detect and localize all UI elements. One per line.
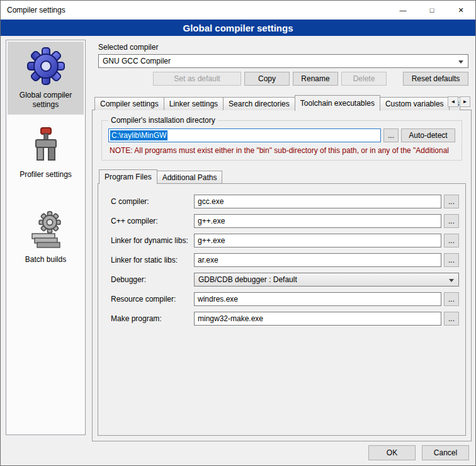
linker-dynamic-browse-button[interactable]: ...	[444, 234, 459, 247]
field-label: Make program:	[111, 314, 194, 323]
copy-button[interactable]: Copy	[244, 72, 290, 86]
tab-toolchain-executables[interactable]: Toolchain executables	[295, 95, 380, 111]
close-icon[interactable]: ✕	[446, 1, 475, 20]
tab-additional-paths[interactable]: Additional Paths	[157, 171, 223, 183]
toolchain-executables-panel: Compiler's installation directory C:\ray…	[92, 110, 472, 441]
linker-dynamic-input[interactable]: g++.exe	[194, 234, 441, 247]
cancel-button[interactable]: Cancel	[422, 445, 469, 460]
tab-linker-settings[interactable]: Linker settings	[164, 97, 224, 110]
compiler-select-value: GNU GCC Compiler	[103, 57, 171, 65]
settings-tabbar: Compiler settings Linker settings Search…	[94, 94, 472, 110]
field-value: ar.exe	[198, 256, 218, 264]
form-row-linker-dynamic: Linker for dynamic libs: g++.exe ...	[111, 230, 459, 250]
tab-scroll-left-icon[interactable]: ◄	[448, 96, 458, 107]
form-row-linker-static: Linker for static libs: ar.exe ...	[111, 250, 459, 270]
tab-scroll-buttons: ◄ ►	[448, 96, 470, 107]
maximize-icon[interactable]: □	[417, 1, 446, 20]
button-spacer	[390, 72, 400, 86]
profiler-icon	[26, 125, 66, 165]
form-row-c-compiler: C compiler: gcc.exe ...	[111, 191, 459, 211]
make-program-input[interactable]: mingw32-make.exe	[194, 312, 441, 326]
field-label: C compiler:	[111, 197, 194, 206]
batch-builds-icon	[26, 210, 66, 250]
selected-compiler-label: Selected compiler	[98, 43, 158, 52]
installation-note: NOTE: All programs must exist either in …	[110, 146, 454, 155]
debugger-select-value: GDB/CDB debugger : Default	[198, 275, 297, 284]
form-row-make-program: Make program: mingw32-make.exe ...	[111, 309, 459, 328]
dialog-footer: OK Cancel	[368, 445, 469, 460]
installation-directory-row: C:\raylib\MinGW ... Auto-detect	[108, 128, 455, 142]
rename-button[interactable]: Rename	[293, 72, 338, 86]
tab-compiler-settings[interactable]: Compiler settings	[94, 97, 164, 110]
tab-search-directories[interactable]: Search directories	[223, 97, 295, 110]
debugger-select[interactable]: GDB/CDB debugger : Default	[194, 273, 459, 287]
tab-custom-variables[interactable]: Custom variables	[380, 97, 450, 110]
field-value: gcc.exe	[198, 197, 224, 206]
compiler-settings-window: Compiler settings — □ ✕ Global compiler …	[0, 0, 476, 466]
window-title: Compiler settings	[1, 6, 65, 14]
tab-program-files[interactable]: Program Files	[99, 169, 157, 184]
settings-category-sidebar: Global compiler settings Profiler settin…	[6, 40, 86, 435]
cpp-compiler-input[interactable]: g++.exe	[194, 214, 441, 228]
program-files-panel: C compiler: gcc.exe ... C++ compiler: g+…	[98, 183, 466, 436]
sidebar-item-label: Batch builds	[9, 255, 82, 264]
main-content: Selected compiler GNU GCC Compiler Set a…	[92, 40, 472, 443]
minimize-icon[interactable]: —	[388, 1, 417, 20]
installation-directory-browse-button[interactable]: ...	[383, 128, 399, 142]
field-label: Resource compiler:	[111, 295, 194, 304]
resource-compiler-browse-button[interactable]: ...	[444, 292, 459, 306]
installation-directory-group-title: Compiler's installation directory	[108, 116, 218, 125]
delete-button[interactable]: Delete	[341, 72, 387, 86]
blue-gear-icon	[26, 45, 66, 86]
titlebar: Compiler settings — □ ✕	[1, 1, 475, 20]
c-compiler-browse-button[interactable]: ...	[444, 195, 459, 208]
field-value: g++.exe	[198, 217, 225, 225]
chevron-down-icon	[458, 60, 463, 64]
field-value: mingw32-make.exe	[198, 314, 263, 323]
installation-directory-group: Compiler's installation directory C:\ray…	[101, 120, 462, 161]
linker-static-browse-button[interactable]: ...	[444, 253, 459, 267]
chevron-down-icon	[449, 279, 454, 282]
form-row-cpp-compiler: C++ compiler: g++.exe ...	[111, 211, 459, 230]
set-as-default-button[interactable]: Set as default	[153, 72, 241, 86]
field-value: g++.exe	[198, 236, 225, 245]
field-label: Debugger:	[111, 275, 194, 284]
field-label: C++ compiler:	[111, 217, 194, 225]
sidebar-item-batch-builds[interactable]: Batch builds	[8, 206, 84, 270]
field-value: windres.exe	[198, 295, 238, 304]
field-label: Linker for static libs:	[111, 256, 194, 264]
c-compiler-input[interactable]: gcc.exe	[194, 195, 441, 208]
linker-static-input[interactable]: ar.exe	[194, 253, 441, 267]
sidebar-item-label: Global compiler settings	[9, 91, 82, 110]
compiler-select[interactable]: GNU GCC Compiler	[98, 54, 468, 68]
auto-detect-button[interactable]: Auto-detect	[401, 128, 455, 142]
program-files-tabbar: Program Files Additional Paths	[99, 169, 466, 183]
ok-button[interactable]: OK	[368, 445, 416, 460]
sidebar-item-profiler-settings[interactable]: Profiler settings	[8, 121, 84, 185]
make-program-browse-button[interactable]: ...	[444, 312, 459, 326]
resource-compiler-input[interactable]: windres.exe	[194, 292, 441, 306]
form-row-resource-compiler: Resource compiler: windres.exe ...	[111, 289, 459, 309]
cpp-compiler-browse-button[interactable]: ...	[444, 214, 459, 228]
field-label: Linker for dynamic libs:	[111, 236, 194, 245]
sidebar-item-label: Profiler settings	[9, 170, 82, 179]
form-row-debugger: Debugger: GDB/CDB debugger : Default	[111, 270, 459, 289]
sidebar-item-global-compiler-settings[interactable]: Global compiler settings	[8, 42, 84, 115]
tab-scroll-right-icon[interactable]: ►	[460, 96, 470, 107]
compiler-actions: Set as default Copy Rename Delete Reset …	[98, 72, 468, 86]
installation-directory-input[interactable]: C:\raylib\MinGW	[108, 128, 381, 142]
reset-defaults-button[interactable]: Reset defaults	[403, 72, 468, 86]
dialog-header-title: Global compiler settings	[1, 20, 475, 36]
caption-buttons: — □ ✕	[388, 1, 475, 20]
installation-directory-value: C:\raylib\MinGW	[110, 130, 167, 140]
